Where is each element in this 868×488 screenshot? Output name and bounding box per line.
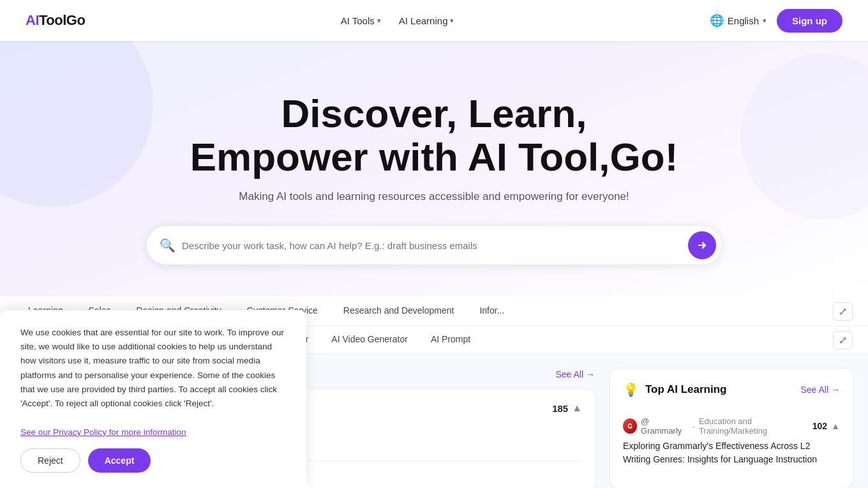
filter-tab-research[interactable]: Research and Development — [331, 296, 467, 326]
vote-up-icon[interactable]: ▲ — [572, 402, 582, 414]
search-icon: 🔍 — [160, 238, 176, 253]
see-all-learning-link[interactable]: See All → — [800, 385, 840, 395]
chevron-down-icon: ▾ — [377, 17, 381, 25]
filter-tab-info[interactable]: Infor... — [467, 296, 517, 326]
accept-cookies-button[interactable]: Accept — [88, 448, 151, 473]
signup-button[interactable]: Sign up — [777, 9, 842, 33]
cookie-text: We use cookies that are essential for ou… — [20, 326, 286, 439]
nav-right: 🌐 English ▾ Sign up — [710, 9, 842, 33]
search-container: 🔍 — [147, 226, 721, 264]
logo-toolgo: ToolGo — [39, 12, 85, 28]
expand-filters-button[interactable]: ⤢ — [833, 302, 853, 321]
hero-subtitle: Making AI tools and learning resources a… — [26, 190, 842, 203]
expand-subtabs-button[interactable]: ⤢ — [833, 331, 853, 349]
right-panel: 💡 Top AI Learning See All → G @ Grammarl… — [610, 369, 853, 488]
arrow-right-icon: → — [586, 369, 595, 379]
globe-icon: 🌐 — [710, 13, 724, 27]
search-submit-button[interactable] — [688, 231, 716, 259]
learning-panel-header: 💡 Top AI Learning See All → — [623, 382, 840, 397]
hero-title: Discover, Learn, Empower with AI Tool,Go… — [26, 92, 842, 179]
reject-cookies-button[interactable]: Reject — [20, 448, 80, 473]
navbar: AIToolGo AI Tools ▾ AI Learning ▾ 🌐 Engl… — [0, 0, 868, 41]
nav-ai-tools[interactable]: AI Tools ▾ — [341, 15, 381, 26]
bulb-icon: 💡 — [623, 382, 639, 397]
source-avatar: G — [623, 418, 637, 434]
arrow-right-icon: → — [831, 385, 840, 395]
search-box: 🔍 — [147, 226, 721, 264]
learning-item-meta: G @ Grammarly - Education and Training/M… — [623, 416, 840, 436]
cookie-banner: We use cookies that are essential for ou… — [0, 310, 306, 488]
learning-panel-title: 💡 Top AI Learning — [623, 382, 727, 397]
learning-item: G @ Grammarly - Education and Training/M… — [623, 408, 840, 475]
chevron-down-icon: ▾ — [450, 17, 454, 25]
learning-item-title[interactable]: Exploring Grammarly's Effectiveness Acro… — [623, 439, 840, 466]
nav-links: AI Tools ▾ AI Learning ▾ — [341, 15, 454, 26]
sub-tab-prompt[interactable]: AI Prompt — [419, 326, 482, 353]
sub-tab-video-generator[interactable]: AI Video Generator — [320, 326, 419, 353]
search-input[interactable] — [182, 240, 682, 251]
privacy-policy-link[interactable]: See our Privacy Policy for more informat… — [20, 427, 186, 437]
chevron-down-icon: ▾ — [763, 17, 767, 25]
nav-ai-learning[interactable]: AI Learning ▾ — [399, 15, 454, 26]
language-selector[interactable]: 🌐 English ▾ — [710, 13, 767, 27]
learning-source: G @ Grammarly - Education and Training/M… — [623, 416, 812, 436]
logo-ai: AI — [26, 12, 39, 28]
see-all-tools-link[interactable]: See All → — [555, 369, 595, 379]
learning-panel: 💡 Top AI Learning See All → G @ Grammarl… — [610, 369, 853, 488]
vote-up-icon[interactable]: ▲ — [831, 421, 840, 431]
cookie-actions: Reject Accept — [20, 448, 286, 473]
hero-section: Discover, Learn, Empower with AI Tool,Go… — [0, 41, 868, 296]
learning-vote: 102 ▲ — [812, 421, 840, 431]
vote-count: 185 ▲ — [552, 402, 582, 414]
logo[interactable]: AIToolGo — [26, 12, 85, 29]
